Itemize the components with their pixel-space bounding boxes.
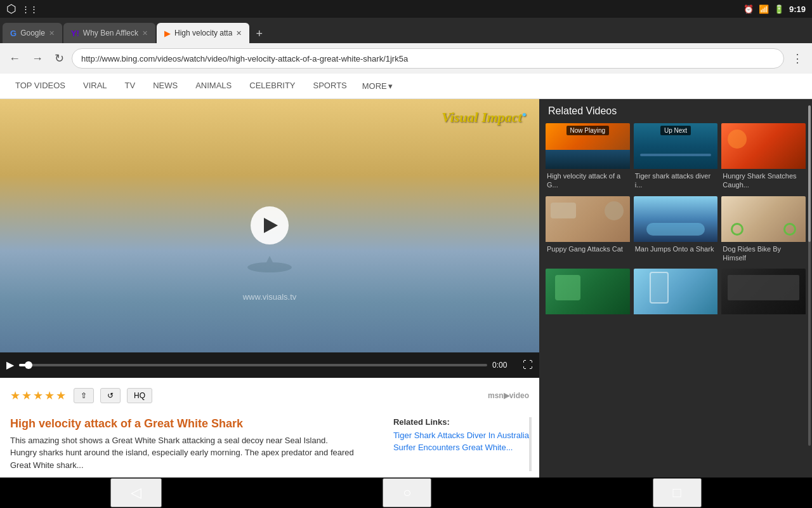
google-tab-icon: G (10, 29, 16, 38)
related-video-2[interactable]: Up Next Tiger shark attacks diver i... (634, 123, 718, 192)
tab-google-close[interactable]: ✕ (49, 29, 55, 37)
nav-sports[interactable]: SPORTS (311, 74, 350, 98)
related-thumb-7 (546, 269, 630, 314)
progress-thumb (25, 361, 32, 369)
related-videos-title: Related Videos (546, 105, 806, 117)
related-title-4: Puppy Gang Attacks Cat (546, 242, 630, 256)
related-video-8[interactable] (634, 269, 718, 319)
video-panel: Visual Impact● www.visuals.tv ▶ 0:00 ⛶ (0, 99, 539, 478)
android-back-button[interactable]: ◁ (110, 478, 162, 507)
share-button[interactable]: ⇧ (74, 388, 94, 403)
tab-google[interactable]: G Google ✕ (3, 23, 62, 43)
forward-button[interactable]: → (28, 48, 47, 69)
back-button[interactable]: ← (5, 48, 24, 69)
fullscreen-button[interactable]: ⛶ (523, 359, 533, 371)
bing-tab-icon: ▶ (164, 29, 171, 38)
shark-silhouette (244, 255, 295, 274)
related-link-1[interactable]: Tiger Shark Attacks Diver In Australia (393, 431, 529, 440)
related-thumb-1: Now Playing (546, 123, 630, 169)
chevron-down-icon: ▾ (388, 81, 393, 91)
tab-bing[interactable]: ▶ High velocity atta ✕ (157, 23, 249, 43)
video-nav: TOP VIDEOS VIRAL TV NEWS ANIMALS CELEBRI… (0, 74, 812, 99)
video-player[interactable]: Visual Impact● www.visuals.tv (0, 99, 539, 352)
main-area: Visual Impact● www.visuals.tv ▶ 0:00 ⛶ (0, 99, 812, 478)
play-triangle-icon (264, 218, 278, 233)
android-recents-button[interactable]: □ (653, 478, 702, 507)
loop-button[interactable]: ↺ (100, 388, 121, 403)
add-tab-button[interactable]: + (251, 27, 268, 41)
video-rating: ★★★★★ (10, 389, 67, 403)
video-description: This amazing shot shows a Great White Sh… (10, 434, 355, 472)
related-video-7[interactable] (546, 269, 630, 319)
related-video-5[interactable]: Man Jumps Onto a Shark (634, 196, 718, 265)
desc-area: High velocity attack of a Great White Sh… (0, 411, 539, 478)
browser-chrome: G Google ✕ Y! Why Ben Affleck ✕ ▶ High v… (0, 18, 812, 74)
related-video-3[interactable]: Hungry Shark Snatches Caugh... (721, 123, 806, 192)
tab-yahoo-close[interactable]: ✕ (142, 29, 148, 37)
page-content: TOP VIDEOS VIRAL TV NEWS ANIMALS CELEBRI… (0, 74, 812, 478)
related-thumb-3 (721, 123, 806, 169)
related-thumb-6 (721, 196, 806, 242)
video-actions: ★★★★★ ⇧ ↺ HQ msn▶video (10, 388, 529, 403)
browser-menu-button[interactable]: ⋮ (788, 48, 807, 69)
related-thumb-2: Up Next (634, 123, 718, 169)
url-input[interactable] (72, 48, 784, 69)
wifi-icon: 📶 (759, 4, 769, 14)
alarm-icon: ⏰ (743, 4, 754, 14)
related-title-2: Tiger shark attacks diver i... (634, 169, 718, 192)
related-title-7 (546, 314, 630, 319)
svg-marker-1 (265, 256, 275, 266)
related-link-2[interactable]: Surfer Encounters Great White... (393, 443, 529, 452)
nav-celebrity[interactable]: CELEBRITY (247, 74, 298, 98)
related-videos-panel: Related Videos Now Playing High velocity… (539, 99, 812, 478)
tab-bing-title: High velocity atta (174, 29, 232, 37)
related-title-9 (721, 314, 806, 319)
related-scrollbar (808, 105, 811, 446)
clock: 9:19 (789, 4, 806, 14)
play-pause-button[interactable]: ▶ (6, 359, 14, 371)
related-scrollbar-thumb (808, 105, 811, 242)
related-video-1[interactable]: Now Playing High velocity attack of a G.… (546, 123, 630, 192)
nav-tv[interactable]: TV (122, 74, 138, 98)
related-title-3: Hungry Shark Snatches Caugh... (721, 169, 806, 192)
related-video-4[interactable]: Puppy Gang Attacks Cat (546, 196, 630, 265)
nav-bar: ← → ↻ ⋮ (0, 43, 812, 74)
video-controls: ▶ 0:00 ⛶ (0, 352, 539, 378)
related-title-1: High velocity attack of a G... (546, 169, 630, 192)
related-title-5: Man Jumps Onto a Shark (634, 242, 718, 256)
watermark-dot: ● (522, 110, 527, 119)
related-thumb-9 (721, 269, 806, 314)
video-title: High velocity attack of a Great White Sh… (10, 417, 355, 431)
nav-more-label: MORE (362, 81, 387, 91)
related-links: Related Links: Tiger Shark Attacks Diver… (393, 417, 529, 472)
related-title-8 (634, 314, 718, 319)
related-video-6[interactable]: Dog Rides Bike By Himself (721, 196, 806, 265)
related-thumb-5 (634, 196, 718, 242)
battery-icon: 🔋 (774, 4, 784, 14)
desc-scroll-area: High velocity attack of a Great White Sh… (10, 417, 529, 472)
play-button-overlay[interactable] (251, 206, 289, 244)
status-left: ⬡ ⋮⋮ (6, 2, 38, 16)
nav-viral[interactable]: VIRAL (81, 74, 110, 98)
nav-more[interactable]: MORE ▾ (362, 81, 393, 91)
related-video-9[interactable] (721, 269, 806, 319)
msn-logo: msn▶video (488, 391, 529, 400)
quality-button[interactable]: HQ (127, 388, 152, 403)
grid-icon: ⋮⋮ (22, 4, 38, 14)
yahoo-tab-icon: Y! (71, 29, 79, 38)
tab-bing-close[interactable]: ✕ (236, 29, 242, 37)
nav-top-videos[interactable]: TOP VIDEOS (13, 74, 68, 98)
tab-yahoo[interactable]: Y! Why Ben Affleck ✕ (63, 23, 155, 43)
tab-yahoo-title: Why Ben Affleck (83, 29, 138, 37)
loop-icon: ↺ (107, 391, 114, 400)
progress-bar[interactable] (19, 364, 487, 366)
nav-animals[interactable]: ANIMALS (193, 74, 234, 98)
desc-scrollbar (529, 417, 532, 472)
android-home-button[interactable]: ○ (383, 478, 431, 507)
refresh-button[interactable]: ↻ (51, 48, 68, 69)
nav-news[interactable]: NEWS (150, 74, 180, 98)
video-meta: ★★★★★ ⇧ ↺ HQ msn▶video (0, 378, 539, 411)
status-bar: ⬡ ⋮⋮ ⏰ 📶 🔋 9:19 (0, 0, 812, 18)
now-playing-badge: Now Playing (546, 126, 630, 135)
tab-google-title: Google (20, 29, 45, 37)
